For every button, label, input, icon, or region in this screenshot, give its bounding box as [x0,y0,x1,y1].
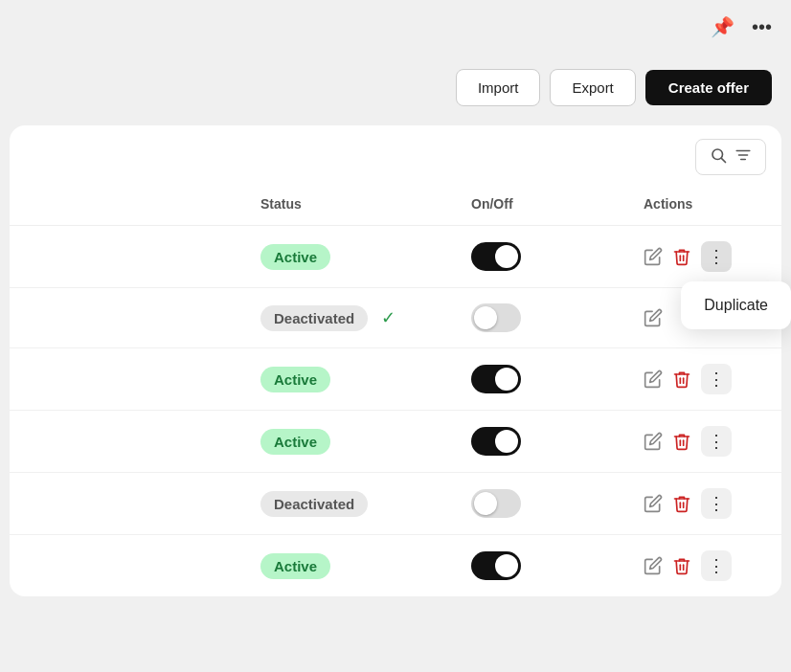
status-badge-active: Active [260,244,330,270]
table-row: Active ⋮ [10,411,781,473]
check-icon-2: ✓ [381,307,396,328]
row-1-toggle-cell [456,236,628,277]
edit-icon-5[interactable] [644,494,663,513]
edit-icon-1[interactable] [644,247,663,266]
delete-icon-1[interactable] [672,247,691,266]
row-5-toggle-cell [456,483,628,524]
row-5-name [10,498,245,509]
status-badge-deactivated-2: Deactivated [260,305,368,331]
table-row: Active ⋮ [10,348,781,411]
toggle-knob-1 [495,245,518,268]
row-6-toggle-cell [456,546,628,586]
search-icon [710,146,727,168]
row-2-toggle-cell [456,298,628,338]
row-1-actions: ⋮ Duplicate [628,235,781,278]
more-actions-button-1[interactable]: ⋮ [701,241,732,272]
toggle-off-5[interactable] [471,489,521,518]
row-4-status: Active [245,423,456,460]
delete-icon-4[interactable] [672,432,691,451]
row-1-status: Active [245,238,456,276]
edit-icon-2[interactable] [644,308,663,327]
toggle-on-4[interactable] [471,427,521,456]
status-badge-deactivated-5: Deactivated [260,491,368,517]
row-6-name [10,560,245,571]
toggle-knob-5 [474,492,497,515]
create-offer-button[interactable]: Create offer [645,70,772,105]
row-2-status: Deactivated ✓ [245,300,456,337]
dropdown-popup-1: Duplicate [681,281,791,329]
toggle-knob-2 [474,306,497,329]
delete-icon-6[interactable] [672,556,691,575]
row-4-name [10,436,245,447]
status-badge-active-6: Active [260,553,330,579]
row-2-name [10,312,245,324]
row-3-actions: ⋮ [628,358,781,400]
table-header: Status On/Off Actions [10,183,781,226]
main-card: Status On/Off Actions Active [10,125,781,596]
table-row: Deactivated ⋮ [10,473,781,535]
row-4-actions: ⋮ [628,420,781,462]
row-5-status: Deactivated [245,485,456,523]
toggle-off-2[interactable] [471,303,521,332]
search-filter-button[interactable] [695,139,766,175]
status-badge-active-3: Active [260,367,330,392]
delete-icon-3[interactable] [672,370,691,389]
toggle-on-3[interactable] [471,365,521,393]
row-6-status: Active [245,548,456,585]
edit-icon-6[interactable] [644,556,663,575]
table-row: Deactivated ✓ [10,288,781,348]
table-row: Active ⋮ [10,226,781,288]
row-5-actions: ⋮ [628,482,781,525]
toggle-on-1[interactable] [471,242,521,271]
duplicate-option[interactable]: Duplicate [704,293,768,318]
table-row: Active ⋮ [10,535,781,596]
import-button[interactable]: Import [456,69,541,106]
row-1-name [10,251,245,262]
row-3-toggle-cell [456,359,628,399]
delete-icon-5[interactable] [672,494,691,513]
row-6-actions: ⋮ [628,545,781,587]
more-actions-button-5[interactable]: ⋮ [701,488,732,519]
col-onoff: On/Off [456,190,628,217]
toggle-on-6[interactable] [471,551,521,580]
toggle-knob-6 [495,554,518,577]
more-options-icon[interactable]: ••• [748,12,776,42]
more-actions-button-3[interactable]: ⋮ [701,364,732,394]
toggle-knob-4 [495,430,518,453]
edit-icon-4[interactable] [644,432,663,451]
status-badge-active-4: Active [260,429,330,455]
row-4-toggle-cell [456,421,628,461]
row-3-name [10,373,245,385]
export-button[interactable]: Export [550,69,635,106]
edit-icon-3[interactable] [644,370,663,389]
search-filter-row [10,125,781,183]
top-bar: 📌 ••• [0,0,791,54]
filter-icon [734,146,752,168]
col-name [10,190,245,217]
col-status: Status [245,190,456,217]
toggle-knob-3 [495,368,518,391]
more-actions-button-6[interactable]: ⋮ [701,550,732,581]
col-actions: Actions [628,190,781,217]
more-actions-button-4[interactable]: ⋮ [701,426,732,457]
svg-line-1 [721,158,725,162]
toolbar: Import Export Create offer [0,54,791,125]
row-3-status: Active [245,361,456,398]
pin-icon[interactable]: 📌 [707,11,738,42]
